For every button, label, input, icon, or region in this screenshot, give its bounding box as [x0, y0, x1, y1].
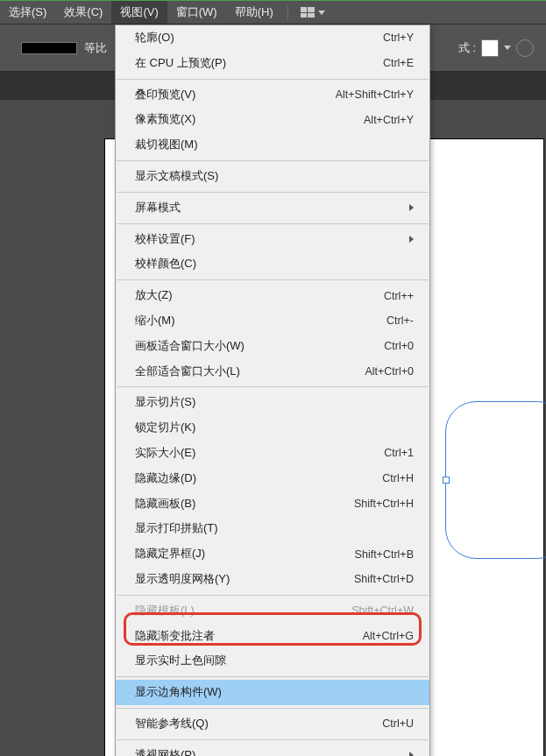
menu-item-label: 显示边角构件(W)	[135, 683, 222, 702]
menu-item[interactable]: 隐藏定界框(J)Shift+Ctrl+B	[116, 541, 429, 567]
menu-item[interactable]: 裁切视图(M)	[116, 132, 429, 158]
menu-item-label: 隐藏边缘(D)	[135, 470, 196, 488]
menu-item-shortcut: Alt+Ctrl+Y	[364, 111, 414, 129]
menu-item-label: 隐藏渐变批注者	[135, 627, 215, 646]
menu-item-shortcut: Ctrl+-	[386, 312, 414, 329]
menu-separator	[117, 595, 429, 596]
menu-item[interactable]: 实际大小(E)Ctrl+1	[116, 441, 429, 466]
menu-item-shortcut: Ctrl+1	[384, 444, 414, 462]
menu-item[interactable]: 像素预览(X)Alt+Ctrl+Y	[116, 107, 429, 132]
menu-item[interactable]: 叠印预览(V)Alt+Shift+Ctrl+Y	[116, 82, 429, 108]
menu-item-label: 校样设置(F)	[135, 230, 195, 249]
menu-item[interactable]: 显示切片(S)	[116, 390, 429, 415]
menu-item[interactable]: 全部适合窗口大小(L)Alt+Ctrl+0	[116, 359, 429, 385]
chevron-down-icon	[318, 11, 325, 15]
menu-separator	[117, 676, 429, 677]
menu-item-label: 放大(Z)	[135, 286, 173, 305]
stroke-preview[interactable]	[21, 42, 77, 54]
menu-separator	[117, 708, 429, 709]
menu-item[interactable]: 隐藏画板(B)Shift+Ctrl+H	[116, 491, 429, 517]
menu-item-label: 显示实时上色间隙	[135, 652, 226, 670]
menu-item[interactable]: 校样设置(F)	[116, 227, 429, 252]
menu-item-shortcut: Ctrl+0	[384, 337, 414, 355]
menu-item-shortcut: Ctrl++	[384, 287, 414, 305]
menu-item-label: 显示打印拼贴(T)	[135, 519, 218, 538]
menu-item-label: 裁切视图(M)	[135, 136, 198, 154]
menubar: 选择(S) 效果(C) 视图(V) 窗口(W) 帮助(H)	[0, 0, 546, 25]
proportional-label: 等比	[84, 40, 107, 56]
menu-effect[interactable]: 效果(C)	[55, 1, 111, 24]
menu-item-label: 隐藏模板(L)	[135, 602, 195, 620]
menu-separator	[117, 739, 429, 740]
menu-item[interactable]: 透视网格(P)	[116, 743, 429, 756]
menu-item-label: 实际大小(E)	[135, 444, 195, 463]
view-menu-dropdown: 轮廓(O)Ctrl+Y在 CPU 上预览(P)Ctrl+E叠印预览(V)Alt+…	[115, 25, 430, 756]
menu-separator	[117, 223, 429, 224]
menu-item-shortcut: Shift+Ctrl+H	[354, 495, 414, 512]
menu-separator	[117, 160, 429, 161]
menu-item[interactable]: 显示实时上色间隙	[116, 648, 429, 674]
menu-item-label: 在 CPU 上预览(P)	[135, 54, 226, 73]
submenu-arrow-icon	[409, 204, 414, 211]
menu-item-shortcut: Shift+Ctrl+B	[355, 546, 414, 563]
menu-item-label: 隐藏定界框(J)	[135, 545, 205, 563]
menu-item[interactable]: 智能参考线(Q)Ctrl+U	[116, 711, 429, 737]
menu-item-shortcut: Alt+Ctrl+G	[363, 627, 414, 645]
menu-item-shortcut: Shift+Ctrl+D	[354, 570, 414, 588]
menu-item-label: 显示文稿模式(S)	[135, 167, 218, 186]
menu-item-label: 智能参考线(Q)	[135, 715, 209, 733]
menu-item[interactable]: 缩小(M)Ctrl+-	[116, 308, 429, 334]
menu-item-shortcut: Ctrl+H	[382, 470, 414, 487]
menu-view[interactable]: 视图(V)	[111, 1, 167, 24]
grid-icon	[301, 7, 315, 18]
menu-item-label: 锁定切片(K)	[135, 419, 195, 437]
menu-item[interactable]: 显示边角构件(W)	[116, 680, 429, 705]
menu-item-label: 全部适合窗口大小(L)	[135, 363, 240, 381]
menu-item[interactable]: 屏幕模式	[116, 195, 429, 221]
menu-item[interactable]: 在 CPU 上预览(P)Ctrl+E	[116, 51, 429, 76]
menu-item-label: 画板适合窗口大小(W)	[135, 337, 245, 356]
menu-item-shortcut: Alt+Ctrl+0	[365, 363, 414, 380]
menu-separator	[117, 79, 429, 80]
menu-item-label: 轮廓(O)	[135, 29, 174, 47]
menu-item[interactable]: 校样颜色(C)	[116, 251, 429, 277]
menu-item-shortcut: Ctrl+Y	[383, 29, 414, 46]
menu-item: 隐藏模板(L)Shift+Ctrl+W	[116, 598, 429, 624]
menu-item-label: 像素预览(X)	[135, 110, 195, 129]
submenu-arrow-icon	[409, 752, 414, 756]
menu-item-shortcut: Alt+Shift+Ctrl+Y	[336, 86, 414, 103]
menu-item-label: 缩小(M)	[135, 312, 175, 330]
menu-window[interactable]: 窗口(W)	[167, 1, 226, 24]
menu-select[interactable]: 选择(S)	[0, 1, 55, 24]
menu-separator	[117, 279, 429, 280]
menu-item[interactable]: 显示透明度网格(Y)Shift+Ctrl+D	[116, 567, 429, 592]
style-label: 式 :	[458, 40, 476, 56]
menu-separator	[117, 192, 429, 193]
menu-separator	[117, 386, 429, 387]
menu-item[interactable]: 放大(Z)Ctrl++	[116, 283, 429, 308]
chevron-down-icon[interactable]	[504, 46, 511, 50]
selected-shape[interactable]	[445, 401, 546, 559]
menu-item-shortcut: Ctrl+E	[383, 54, 414, 72]
appearance-icon[interactable]	[516, 39, 534, 57]
menu-item[interactable]: 锁定切片(K)	[116, 415, 429, 441]
menu-item-shortcut: Shift+Ctrl+W	[351, 602, 414, 619]
fill-swatch[interactable]	[481, 39, 499, 57]
menu-item[interactable]: 显示文稿模式(S)	[116, 164, 429, 189]
menu-item-label: 显示透明度网格(Y)	[135, 570, 230, 589]
menu-item-label: 显示切片(S)	[135, 393, 195, 412]
menu-item-label: 叠印预览(V)	[135, 86, 195, 104]
menu-item[interactable]: 隐藏渐变批注者Alt+Ctrl+G	[116, 624, 429, 649]
menu-item-label: 隐藏画板(B)	[135, 495, 195, 513]
menu-item[interactable]: 显示打印拼贴(T)	[116, 516, 429, 541]
layout-switcher[interactable]	[294, 7, 332, 18]
menu-item-shortcut: Ctrl+U	[382, 715, 414, 732]
menu-item-label: 透视网格(P)	[135, 746, 195, 756]
menu-item-label: 屏幕模式	[135, 199, 181, 217]
menu-help[interactable]: 帮助(H)	[226, 1, 282, 24]
submenu-arrow-icon	[409, 236, 414, 243]
menu-item[interactable]: 隐藏边缘(D)Ctrl+H	[116, 466, 429, 491]
menu-item[interactable]: 画板适合窗口大小(W)Ctrl+0	[116, 334, 429, 359]
menu-item[interactable]: 轮廓(O)Ctrl+Y	[116, 25, 429, 51]
menu-item-label: 校样颜色(C)	[135, 255, 196, 273]
